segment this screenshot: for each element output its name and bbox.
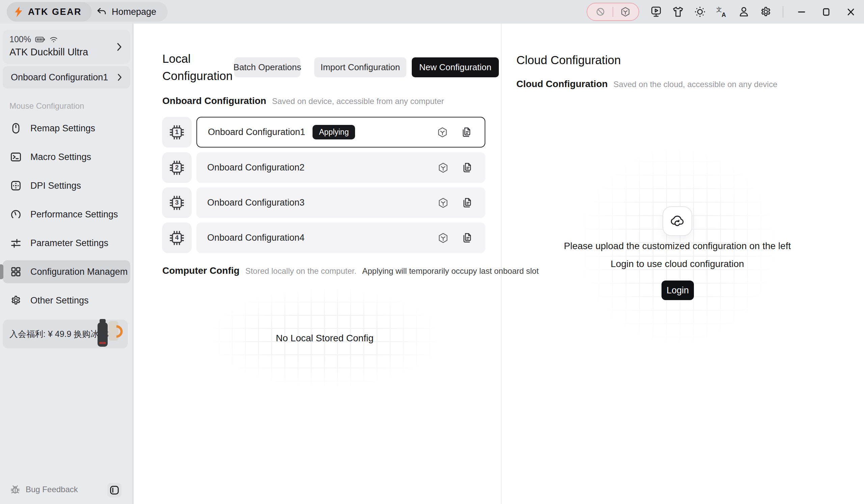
settings-gear-icon[interactable] — [759, 5, 772, 18]
config-actions — [437, 162, 472, 173]
no-local-config-text: No Local Stored Config — [205, 333, 444, 344]
close-button[interactable] — [843, 4, 859, 20]
config-card[interactable]: Onboard Configuration4 — [196, 223, 485, 253]
import-configuration-button[interactable]: Import Configuration — [314, 57, 406, 77]
config-name: Onboard Configuration2 — [207, 163, 304, 173]
screen-play-icon[interactable] — [650, 5, 662, 18]
bug-feedback-label: Bug Feedback — [26, 485, 78, 494]
gear-icon — [10, 295, 22, 306]
device-shield-icon[interactable] — [619, 5, 632, 18]
sidebar-item-other-settings[interactable]: Other Settings — [3, 289, 130, 312]
sidebar: 100% ATK Duckbil — [0, 24, 133, 504]
battery-icon — [35, 36, 45, 43]
onboard-config-row-4[interactable]: 4 Onboard Configuration4 — [162, 223, 485, 253]
config-card[interactable]: Onboard Configuration3 — [196, 187, 485, 218]
chip-slot-icon: 4 — [162, 223, 192, 253]
onboard-config-row-3[interactable]: 3 Onboard Configuration3 — [162, 187, 485, 218]
copy-config-icon[interactable] — [461, 232, 472, 244]
brand-homepage-group: ATK GEAR Homepage — [7, 2, 168, 22]
config-card[interactable]: Onboard Configuration1 Applying — [196, 117, 485, 147]
active-profile-card[interactable]: Onboard Configuration1 — [3, 66, 130, 88]
cloud-header-subtitle: Saved on the cloud, accessible on any de… — [614, 80, 778, 89]
cloud-sync-icon — [669, 213, 686, 230]
sidebar-item-dpi-settings[interactable]: DPI Settings — [3, 174, 130, 197]
cloud-login-hint: Login to use cloud configuration — [502, 259, 853, 269]
device-name: ATK Duckbill Ultra — [10, 47, 88, 58]
slot-number: 2 — [162, 164, 192, 171]
title-bar: ATK GEAR Homepage — [0, 0, 864, 24]
sidebar-item-parameter-settings[interactable]: Parameter Settings — [3, 231, 130, 254]
apply-cube-icon[interactable] — [437, 127, 448, 138]
config-card[interactable]: Onboard Configuration2 — [196, 152, 485, 183]
status-guard-pill — [587, 3, 639, 21]
sidebar-item-configuration-management[interactable]: Configuration Managem — [3, 260, 130, 283]
onboard-header-title: Onboard Configuration — [162, 96, 266, 106]
performance-gauge-icon — [10, 208, 22, 220]
collapse-sidebar-button[interactable] — [107, 483, 121, 497]
minimize-button[interactable] — [794, 4, 809, 20]
cloud-upload-hint: Please upload the customized configurati… — [502, 241, 853, 252]
blocked-icon[interactable] — [594, 5, 607, 18]
copy-config-icon[interactable] — [461, 162, 472, 173]
sidebar-section-label: Mouse Configuration — [10, 101, 84, 111]
sidebar-item-label: Parameter Settings — [31, 238, 108, 249]
sidebar-item-macro-settings[interactable]: Macro Settings — [3, 145, 130, 168]
apply-cube-icon[interactable] — [437, 232, 449, 244]
config-grid-icon — [10, 266, 22, 277]
homepage-button[interactable]: Homepage — [92, 2, 165, 22]
sidebar-nav: Remap Settings Macro Settings — [3, 117, 130, 312]
cloud-title: Cloud Configuration — [516, 53, 621, 67]
account-icon[interactable] — [737, 5, 750, 18]
computer-config-header: Computer Config Stored locally on the co… — [162, 265, 539, 276]
maximize-button[interactable] — [818, 4, 834, 20]
copy-config-icon[interactable] — [461, 197, 472, 208]
sidebar-item-label: Other Settings — [31, 296, 89, 306]
config-actions — [437, 197, 472, 208]
cloud-section-header: Cloud Configuration Saved on the cloud, … — [516, 79, 777, 89]
brightness-icon[interactable] — [694, 5, 706, 18]
chip-slot-icon: 1 — [162, 117, 192, 147]
config-name: Onboard Configuration3 — [207, 197, 304, 208]
computer-config-title: Computer Config — [162, 265, 240, 276]
promo-cup-image — [93, 315, 124, 353]
homepage-label: Homepage — [112, 7, 156, 17]
onboard-config-row-2[interactable]: 2 Onboard Configuration2 — [162, 152, 485, 183]
onboard-config-row-1[interactable]: 1 Onboard Configuration1 Applying — [162, 117, 485, 147]
return-icon — [97, 7, 107, 16]
promo-banner[interactable]: 入会福利: ¥ 49.9 换购冰霸杯 — [3, 320, 128, 348]
tshirt-icon[interactable] — [672, 5, 684, 18]
slot-number: 4 — [162, 234, 192, 241]
dpi-icon — [10, 180, 22, 191]
computer-config-subtitle-muted: Stored locally on the computer. — [245, 266, 357, 276]
new-configuration-button[interactable]: New Configuration — [412, 57, 499, 77]
login-button[interactable]: Login — [661, 280, 694, 300]
svg-text:文: 文 — [716, 6, 722, 13]
sidebar-item-performance-settings[interactable]: Performance Settings — [3, 203, 130, 226]
sidebar-item-remap-settings[interactable]: Remap Settings — [3, 117, 130, 140]
selected-indicator — [0, 264, 3, 279]
apply-cube-icon[interactable] — [437, 197, 449, 208]
brand-pill[interactable]: ATK GEAR — [7, 2, 92, 22]
copy-config-icon[interactable] — [460, 127, 472, 138]
window-controls-divider — [783, 6, 783, 17]
batch-operations-button[interactable]: Batch Operations — [234, 57, 300, 77]
battery-percent: 100% — [10, 34, 31, 44]
apply-cube-icon[interactable] — [437, 162, 449, 173]
config-actions — [437, 232, 472, 244]
device-card[interactable]: 100% ATK Duckbil — [3, 30, 130, 64]
chip-slot-icon: 2 — [162, 152, 192, 183]
wifi-icon — [49, 36, 58, 43]
bug-feedback-button[interactable]: Bug Feedback — [10, 484, 78, 494]
sidebar-item-label: Macro Settings — [31, 152, 91, 163]
onboard-header-subtitle: Saved on device, accessible from any com… — [272, 97, 444, 106]
translate-icon[interactable]: 文 A — [716, 5, 728, 18]
app-window: ATK GEAR Homepage — [0, 0, 864, 504]
device-status-row: 100% — [10, 34, 58, 44]
config-name: Onboard Configuration4 — [207, 232, 304, 243]
guard-divider — [613, 7, 613, 17]
chip-slot-icon: 3 — [162, 187, 192, 218]
cloud-upload-card — [662, 206, 692, 236]
macro-terminal-icon — [10, 151, 22, 163]
sidebar-item-label: Remap Settings — [31, 123, 95, 134]
onboard-section-header: Onboard Configuration Saved on device, a… — [162, 96, 444, 106]
